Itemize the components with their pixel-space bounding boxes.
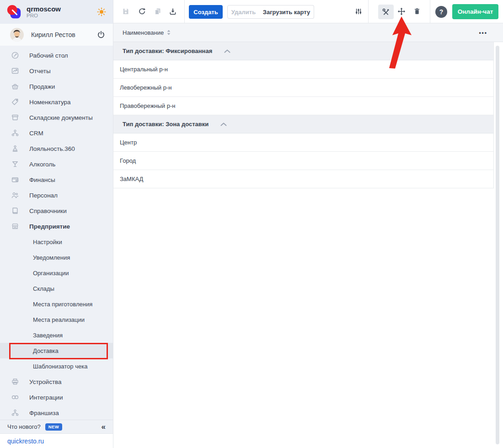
quickresto-link[interactable]: quickresto.ru	[7, 437, 44, 445]
sidebar-item-loyalty[interactable]: Лояльность.360	[0, 141, 113, 156]
tools-button[interactable]	[378, 5, 394, 19]
sidebar-item-finance[interactable]: Финансы	[0, 172, 113, 187]
sidebar-item-directories[interactable]: Справочники	[0, 203, 113, 219]
sidebar-item-enterprise[interactable]: Предприятие	[0, 219, 113, 234]
refresh-icon[interactable]	[138, 7, 146, 16]
sidebar-item-label: Рабочий стол	[29, 52, 68, 59]
create-button[interactable]: Создать	[189, 5, 223, 19]
sidebar-subitem-receipt-template[interactable]: Шаблонизатор чека	[0, 358, 113, 374]
sidebar-item-devices[interactable]: Устройства	[0, 374, 113, 389]
sidebar-item-franchise[interactable]: Франшиза	[0, 405, 113, 421]
sidebar-item-label: Складские документы	[29, 114, 93, 121]
desktop-icon	[11, 51, 19, 59]
sidebar-item-reports[interactable]: Отчеты	[0, 63, 113, 79]
trash-icon[interactable]	[413, 7, 421, 16]
sidebar: qrmoscow PRO	[0, 0, 113, 448]
avatar	[10, 28, 24, 42]
user-row[interactable]: Кирилл Рестов	[0, 24, 113, 46]
sidebar-subitem-warehouses[interactable]: Склады	[0, 281, 113, 296]
sidebar-subitem-prep-places[interactable]: Места приготовления	[0, 296, 113, 312]
sidebar-item-crm[interactable]: CRM	[0, 125, 113, 141]
franchise-network-icon	[11, 409, 19, 417]
group-header-fixed[interactable]: Тип доставки: Фиксированная	[113, 42, 494, 60]
table-options-ellipsis[interactable]: •••	[479, 23, 487, 42]
download-icon[interactable]	[169, 7, 177, 16]
load-map-button[interactable]: Загрузить карту	[259, 5, 314, 19]
toolbar-divider	[184, 0, 185, 23]
sidebar-item-label: Франшиза	[29, 410, 59, 416]
copy-icon[interactable]	[154, 7, 162, 16]
sidebar-item-warehouse-docs[interactable]: Складские документы	[0, 110, 113, 125]
whats-new-label[interactable]: Что нового?	[7, 423, 41, 430]
wallet-icon	[11, 176, 19, 184]
sidebar-item-label: Отчеты	[29, 68, 51, 75]
sidebar-item-label: Алкоголь	[29, 161, 55, 168]
brand-plan: PRO	[27, 13, 96, 19]
move-icon[interactable]	[397, 7, 406, 16]
sidebar-subitem-notifications[interactable]: Уведомления	[0, 250, 113, 265]
table-row[interactable]: Центральный р-н	[113, 60, 494, 79]
delete-button[interactable]: Удалить	[227, 5, 260, 19]
filter-sliders-icon[interactable]	[354, 7, 363, 16]
quickresto-logo-icon	[6, 4, 22, 20]
storefront-icon	[11, 222, 19, 230]
sidebar-item-nomenclature[interactable]: Номенклатура	[0, 94, 113, 110]
sidebar-item-desktop[interactable]: Рабочий стол	[0, 48, 113, 63]
printer-icon	[11, 378, 19, 386]
sidebar-subitem-settings[interactable]: Настройки	[0, 234, 113, 250]
table-row[interactable]: ЗаМКАД	[113, 170, 494, 188]
sidebar-subitem-venues[interactable]: Заведения	[0, 327, 113, 343]
group-header-zone[interactable]: Тип доставки: Зона доставки	[113, 115, 494, 133]
brand-row: qrmoscow PRO	[0, 0, 113, 24]
new-badge: NEW	[45, 423, 63, 431]
sidebar-item-label: Персонал	[29, 192, 58, 199]
sidebar-item-personnel[interactable]: Персонал	[0, 187, 113, 203]
toolbar: Создать Удалить Загрузить карту ? Онлайн…	[113, 0, 503, 23]
table-row[interactable]: Город	[113, 152, 494, 170]
table-row[interactable]: Центр	[113, 133, 494, 152]
reports-icon	[11, 67, 19, 75]
crm-network-icon	[11, 129, 19, 137]
sort-icon	[167, 30, 171, 35]
sidebar-item-label: Лояльность.360	[29, 145, 75, 152]
people-icon	[11, 191, 19, 199]
sidebar-subitem-sale-places[interactable]: Места реализации	[0, 312, 113, 327]
linked-rings-icon	[11, 393, 19, 401]
vertical-scrollbar[interactable]	[496, 46, 499, 444]
sidebar-item-label: Финансы	[29, 176, 55, 183]
sidebar-item-sales[interactable]: Продажи	[0, 79, 113, 94]
column-header-name[interactable]: Наименование	[123, 29, 171, 36]
site-row: quickresto.ru	[0, 433, 113, 448]
sidebar-item-label: Продажи	[29, 83, 55, 90]
online-chat-button[interactable]: Онлайн-чат	[452, 4, 498, 19]
sidebar-item-label: Предприятие	[29, 223, 70, 230]
sidebar-item-label: CRM	[29, 130, 43, 137]
sidebar-item-label: Интеграции	[29, 394, 63, 401]
logout-power-icon[interactable]	[96, 30, 106, 39]
sidebar-subitem-delivery[interactable]: Доставка	[0, 343, 113, 358]
save-icon[interactable]	[122, 7, 130, 16]
toolbar-divider	[368, 0, 369, 23]
table-row[interactable]: Левобережный р-н	[113, 79, 494, 97]
loyalty-icon	[11, 144, 19, 153]
tools-icon	[382, 8, 390, 16]
sidebar-subitem-organizations[interactable]: Организации	[0, 265, 113, 281]
whats-new-row: Что нового? NEW «	[0, 420, 113, 433]
sidebar-item-alcohol[interactable]: Алкоголь	[0, 156, 113, 172]
main-content: Наименование ••• Тип доставки: Фиксирова…	[113, 23, 503, 448]
chevron-up-icon	[220, 123, 227, 126]
sidebar-item-label: Номенклатура	[29, 99, 71, 106]
theme-sun-icon[interactable]	[96, 7, 107, 17]
sales-basket-icon	[11, 82, 19, 91]
sidebar-item-label: Справочники	[29, 208, 67, 214]
table-body: Тип доставки: Фиксированная Центральный …	[113, 42, 494, 188]
user-name: Кирилл Рестов	[31, 31, 96, 38]
table-row[interactable]: Правобережный р-н	[113, 97, 494, 115]
collapse-sidebar-icon[interactable]: «	[102, 422, 106, 432]
help-button[interactable]: ?	[435, 6, 447, 18]
toolbar-divider	[430, 0, 430, 23]
martini-glass-icon	[11, 160, 19, 168]
book-icon	[11, 207, 19, 215]
sidebar-menu: Рабочий стол Отчеты Продажи Номенклатура…	[0, 48, 113, 421]
sidebar-item-integrations[interactable]: Интеграции	[0, 389, 113, 405]
